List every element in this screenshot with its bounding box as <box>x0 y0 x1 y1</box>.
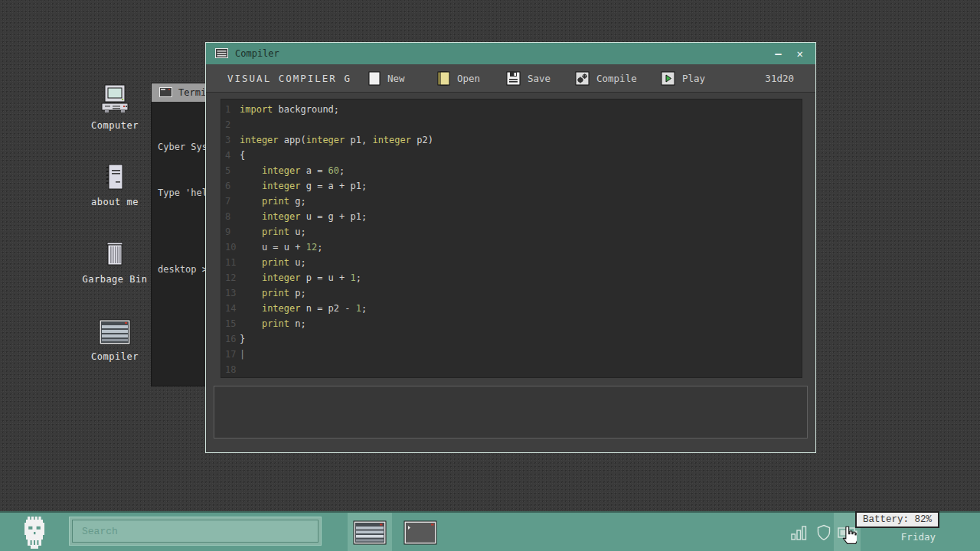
compiler-app-icon <box>77 318 153 347</box>
play-icon <box>661 71 675 86</box>
line-number: 4 <box>221 148 240 163</box>
close-button[interactable]: ✕ <box>797 47 803 60</box>
play-button[interactable]: Play <box>661 64 705 92</box>
compile-button[interactable]: Compile <box>575 64 637 92</box>
search-box <box>69 517 322 546</box>
code-line[interactable]: 2 <box>221 117 802 132</box>
line-number: 10 <box>221 240 240 255</box>
line-number: 16 <box>221 331 240 347</box>
weekday-label: Friday <box>901 530 936 543</box>
code-line[interactable]: 17| <box>221 347 802 362</box>
line-number: 3 <box>221 132 240 148</box>
code-line[interactable]: 16} <box>221 331 802 347</box>
compiler-window-icon <box>215 47 228 61</box>
taskbar-terminal-button[interactable] <box>398 513 443 551</box>
dice-counter: 31d20 <box>765 64 794 92</box>
stats-icon[interactable] <box>789 513 810 551</box>
desktop-icon-about-me[interactable]: about me <box>77 162 153 207</box>
compiler-task-icon <box>353 520 387 545</box>
code-line[interactable]: 15 print n; <box>221 316 802 331</box>
code-line[interactable]: 7 print g; <box>221 194 802 209</box>
new-button[interactable]: New <box>368 64 405 92</box>
line-number: 7 <box>221 194 240 209</box>
code-line[interactable]: 3integer app(integer p1, integer p2) <box>221 132 802 148</box>
compile-gears-icon <box>575 71 590 86</box>
compiler-window: Compiler – ✕ VISUAL COMPILER G New Open <box>205 42 816 453</box>
save-floppy-icon <box>506 71 521 86</box>
line-number: 15 <box>221 316 240 331</box>
minimize-button[interactable]: – <box>775 47 781 60</box>
line-number: 2 <box>221 117 240 132</box>
save-button[interactable]: Save <box>506 64 550 92</box>
code-line[interactable]: 4{ <box>221 148 802 163</box>
line-number: 18 <box>221 362 240 377</box>
line-number: 1 <box>221 102 240 117</box>
taskbar-compiler-button[interactable] <box>348 513 392 551</box>
desktop-icon-label: about me <box>77 197 153 207</box>
desktop: Computer about me <box>0 0 980 551</box>
desktop-icon-garbage-bin[interactable]: Garbage Bin <box>77 240 153 285</box>
code-line[interactable]: 9 print u; <box>221 224 802 240</box>
notebook-icon <box>77 162 153 193</box>
toolbar-brand: VISUAL COMPILER G <box>227 64 351 92</box>
line-number: 17 <box>221 347 240 362</box>
taskbar: ril Friday <box>0 511 980 551</box>
line-number: 9 <box>221 224 240 240</box>
code-editor[interactable]: 1import background;23integer app(integer… <box>220 99 802 378</box>
desktop-icon-computer[interactable]: Computer <box>77 84 153 131</box>
open-button[interactable]: Open <box>437 64 480 92</box>
code-line[interactable]: 6 integer g = a + p1; <box>221 178 802 194</box>
line-number: 11 <box>221 255 240 270</box>
open-file-icon <box>437 71 450 86</box>
desktop-icon-label: Garbage Bin <box>77 274 153 285</box>
trash-icon <box>77 240 153 270</box>
line-number: 13 <box>221 285 240 301</box>
start-skull-icon[interactable] <box>20 517 49 551</box>
code-line[interactable]: 14 integer n = p2 - 1; <box>221 301 802 316</box>
terminal-icon <box>159 86 172 100</box>
terminal-task-icon <box>403 520 437 545</box>
terminal-title: Termi <box>178 87 206 98</box>
line-number: 6 <box>221 178 240 194</box>
line-number: 14 <box>221 301 240 316</box>
computer-icon <box>77 84 153 116</box>
window-title: Compiler <box>235 48 768 59</box>
shield-icon[interactable] <box>813 513 835 551</box>
desktop-icon-label: Computer <box>77 120 153 131</box>
code-line[interactable]: 1import background; <box>221 102 802 117</box>
compiler-titlebar[interactable]: Compiler – ✕ <box>206 43 815 64</box>
line-number: 8 <box>221 209 240 224</box>
code-line[interactable]: 5 integer a = 60; <box>221 163 802 178</box>
battery-tooltip: Battery: 82% <box>855 511 939 528</box>
output-panel <box>214 386 808 439</box>
desktop-icon-compiler[interactable]: Compiler <box>77 318 153 362</box>
line-number: 5 <box>221 163 240 178</box>
line-number: 12 <box>221 270 240 285</box>
code-line[interactable]: 12 integer p = u + 1; <box>221 270 802 285</box>
code-line[interactable]: 11 print u; <box>221 255 802 270</box>
search-input[interactable] <box>72 520 318 543</box>
code-line[interactable]: 8 integer u = g + p1; <box>221 209 802 224</box>
compiler-toolbar: VISUAL COMPILER G New Open <box>206 64 815 93</box>
code-line[interactable]: 13 print p; <box>221 285 802 301</box>
code-line[interactable]: 18 <box>221 362 802 377</box>
mouse-hand-cursor-icon <box>840 526 857 547</box>
code-line[interactable]: 10 u = u + 12; <box>221 240 802 255</box>
new-file-icon <box>368 71 381 86</box>
desktop-icon-label: Compiler <box>77 351 153 362</box>
